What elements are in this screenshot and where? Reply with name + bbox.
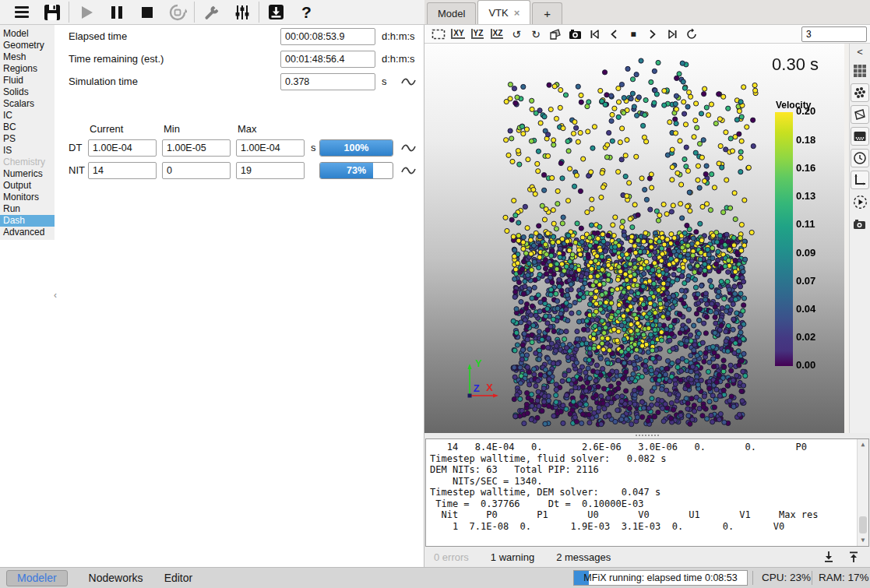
camera-small-icon [853, 218, 867, 230]
dt-max-field[interactable] [236, 139, 305, 157]
sidebar-item-mesh[interactable]: Mesh [0, 51, 55, 63]
particles-toggle-button[interactable] [851, 83, 869, 102]
plot-toggle-dt[interactable] [400, 139, 416, 157]
rotate-left-button[interactable]: ↺ [507, 26, 526, 42]
mode-nodeworks-button[interactable]: Nodeworks [89, 572, 143, 584]
image-plane-toggle-button[interactable] [851, 127, 869, 146]
colorbar-tick: 0.11 [796, 219, 815, 230]
stop-button[interactable] [132, 1, 162, 24]
stop-playback-button[interactable]: ■ [624, 26, 643, 42]
previous-frame-button[interactable] [604, 26, 623, 42]
menu-button[interactable] [6, 1, 37, 24]
refresh-button[interactable] [682, 26, 701, 42]
main-area: Model Geometry Mesh Regions Fluid Solids… [0, 25, 870, 567]
tab-vtk[interactable]: VTK× [477, 0, 530, 24]
col-header-min: Min [164, 123, 180, 135]
plot-toggle-nit[interactable] [400, 162, 416, 179]
rotate-right-button[interactable]: ↻ [527, 26, 545, 42]
console-line: 14 8.4E-04 0. 2.6E-06 3.0E-06 0. 0. P0 [430, 442, 865, 453]
scroll-up-button[interactable]: ▲ [858, 439, 868, 450]
sidebar-item-solids[interactable]: Solids [0, 86, 55, 98]
nit-current-field[interactable] [88, 162, 157, 179]
sidebar-item-chemistry: Chemistry [0, 157, 55, 168]
mode-modeler-button[interactable]: Modeler [6, 570, 68, 586]
frame-number-input[interactable] [801, 26, 867, 42]
scrollbar-thumb[interactable] [859, 516, 867, 533]
messages-count[interactable]: 2 messages [556, 551, 611, 563]
settings-button[interactable] [227, 1, 257, 24]
play-animation-button[interactable] [851, 192, 869, 211]
sidebar-item-output[interactable]: Output [0, 180, 55, 192]
sidebar-item-bc[interactable]: BC [0, 121, 55, 133]
help-button[interactable]: ? [291, 1, 322, 24]
simulation-time-unit: s [382, 73, 387, 90]
pause-button[interactable] [101, 1, 132, 24]
console-splitter[interactable] [424, 433, 870, 438]
chevron-left-icon [610, 30, 618, 39]
errors-count[interactable]: 0 errors [434, 551, 469, 563]
sidebar-item-is[interactable]: IS [0, 145, 55, 157]
sidebar-item-model[interactable]: Model [0, 28, 55, 40]
sidebar-item-run[interactable]: Run [0, 203, 55, 215]
sidebar-item-numerics[interactable]: Numerics [0, 168, 55, 180]
elapsed-time-unit: d:h:m:s [382, 28, 415, 45]
image-icon [853, 129, 867, 143]
dt-min-field[interactable] [162, 139, 231, 157]
perspective-button[interactable] [546, 26, 565, 42]
play-button[interactable] [71, 1, 101, 24]
view-yz-button[interactable]: YZ [468, 26, 487, 42]
geometry-toggle-button[interactable] [851, 105, 869, 124]
view-xz-button[interactable]: XZ [488, 26, 506, 42]
save-button[interactable] [37, 1, 67, 24]
first-frame-button[interactable] [585, 26, 604, 42]
clock-icon [853, 151, 867, 165]
last-frame-button[interactable] [663, 26, 682, 42]
screenshot-button[interactable] [565, 26, 584, 42]
axes-toggle-button[interactable] [851, 171, 869, 189]
sidebar-item-regions[interactable]: Regions [0, 63, 55, 75]
sidebar-item-ps[interactable]: PS [0, 133, 55, 145]
sidebar-item-advanced[interactable]: Advanced [0, 227, 55, 238]
mode-editor-button[interactable]: Editor [164, 572, 193, 584]
add-tab-button[interactable]: + [532, 2, 562, 24]
warnings-count[interactable]: 1 warning [491, 551, 534, 563]
nit-min-field[interactable] [162, 162, 231, 179]
sidebar-item-monitors[interactable]: Monitors [0, 192, 55, 203]
elapsed-time-field[interactable] [280, 28, 375, 45]
time-display-toggle-button[interactable] [851, 149, 869, 167]
scroll-to-top-button[interactable] [847, 551, 860, 565]
vtk-render-view[interactable]: 0.30 s Velocity 0.20 0.18 0.16 0.13 0.11… [424, 44, 844, 433]
colorbar-tick: 0.20 [796, 106, 815, 117]
close-icon[interactable]: × [514, 7, 520, 19]
sidebar-item-scalars[interactable]: Scalars [0, 98, 55, 110]
console-scrollbar[interactable]: ▲ ▼ [857, 439, 868, 546]
build-button[interactable] [196, 1, 227, 24]
tab-model[interactable]: Model [427, 2, 476, 24]
plot-toggle-simulation-time[interactable] [400, 73, 416, 90]
export-button[interactable] [261, 1, 291, 24]
sidebar-item-dash[interactable]: Dash [0, 215, 55, 227]
nit-max-field[interactable] [236, 162, 305, 179]
scroll-to-bottom-button[interactable] [822, 551, 835, 565]
fit-view-button[interactable] [429, 26, 448, 42]
time-remaining-field[interactable] [280, 51, 375, 68]
collapse-panel-button[interactable]: < [857, 46, 863, 58]
grid-toggle-button[interactable] [851, 62, 869, 80]
download-box-icon [267, 3, 285, 21]
next-frame-button[interactable] [643, 26, 662, 42]
sidebar-item-geometry[interactable]: Geometry [0, 40, 55, 51]
view-xy-button[interactable]: XY [449, 26, 467, 42]
splitter-collapse-icon[interactable]: ‹ [54, 290, 57, 301]
hamburger-icon [15, 6, 29, 18]
scroll-down-button[interactable]: ▼ [858, 535, 868, 546]
sidebar-item-fluid[interactable]: Fluid [0, 75, 55, 86]
simulation-time-field[interactable] [280, 73, 375, 90]
console-output[interactable]: 14 8.4E-04 0. 2.6E-06 3.0E-06 0. 0. P0 T… [425, 438, 869, 547]
wave-icon [401, 143, 416, 153]
sidebar-item-ic[interactable]: IC [0, 110, 55, 121]
mfix-window: ? Model VTK× + Model Geometry Mesh Regio… [0, 0, 870, 588]
toolbar-separator [194, 2, 195, 23]
reset-button[interactable] [162, 1, 192, 24]
dt-current-field[interactable] [88, 139, 157, 157]
record-button[interactable] [851, 214, 869, 233]
